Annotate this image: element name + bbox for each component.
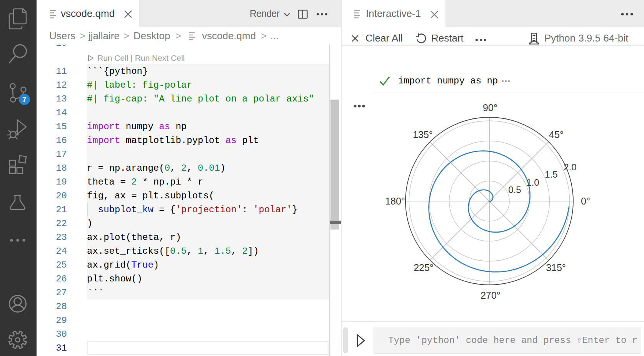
svg-text:45°: 45°	[549, 129, 564, 140]
svg-text:0°: 0°	[581, 196, 590, 206]
svg-text:180°: 180°	[385, 196, 405, 206]
svg-text:90°: 90°	[483, 102, 497, 113]
svg-text:0.5: 0.5	[508, 185, 521, 195]
svg-text:135°: 135°	[413, 129, 433, 140]
svg-text:270°: 270°	[480, 290, 501, 301]
svg-text:315°: 315°	[546, 262, 566, 273]
svg-text:225°: 225°	[414, 262, 434, 273]
svg-text:2.0: 2.0	[564, 162, 576, 172]
svg-text:1.5: 1.5	[545, 169, 557, 180]
svg-text:1.0: 1.0	[526, 177, 539, 188]
